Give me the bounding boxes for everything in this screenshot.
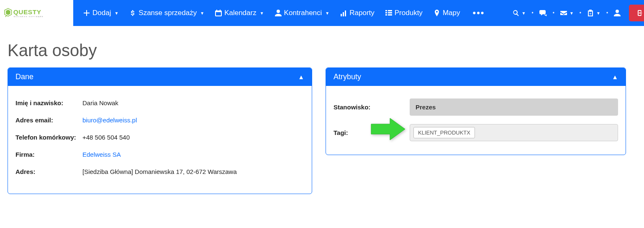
- nav-kontrahenci-label: Kontrahenci: [284, 9, 322, 17]
- value-stanowisko[interactable]: Prezes: [410, 98, 618, 116]
- row-imie: Imię i nazwisko: Daria Nowak: [15, 94, 304, 111]
- value-email[interactable]: biuro@edelweiss.pl: [82, 117, 137, 124]
- value-imie: Daria Nowak: [82, 99, 118, 106]
- card-atrybuty-header: Atrybuty ▲: [326, 68, 626, 86]
- value-firma[interactable]: Edelweiss SA: [82, 151, 121, 158]
- row-email: Adres email: biuro@edelweiss.pl: [15, 111, 304, 129]
- label-imie: Imię i nazwisko:: [15, 99, 82, 106]
- caret-down-icon: ▼: [596, 11, 600, 16]
- card-dane-body: Imię i nazwisko: Daria Nowak Adres email…: [8, 86, 312, 194]
- brand-subtitle: BUSINESS SOFTWARE: [14, 15, 44, 17]
- nav-kontrahenci[interactable]: Kontrahenci ▼: [270, 0, 335, 26]
- card-atrybuty-body: Stanowisko: Prezes Tagi: KLIENT_PRODUKTX: [326, 86, 626, 155]
- label-firma: Firma:: [15, 151, 82, 158]
- nav-kalendarz[interactable]: Kalendarz ▼: [210, 0, 269, 26]
- nav-raporty-label: Raporty: [349, 9, 375, 17]
- mail-icon: [560, 10, 567, 16]
- label-stanowisko: Stanowisko:: [334, 104, 410, 111]
- plus-icon: [83, 10, 90, 16]
- chat-button[interactable]: [536, 7, 550, 19]
- value-telefon: +48 506 504 540: [82, 134, 130, 141]
- nav-mapy[interactable]: Mapy: [428, 0, 465, 26]
- top-navbar: QUESTY BUSINESS SOFTWARE Dodaj ▼ Szanse …: [0, 0, 644, 26]
- user-icon: [275, 10, 282, 16]
- page-content: Karta osoby Dane ▲ Imię i nazwisko: Dari…: [0, 26, 644, 206]
- tag-chip[interactable]: KLIENT_PRODUKTX: [413, 127, 475, 138]
- caret-down-icon: ▼: [200, 11, 204, 16]
- nav-szanse[interactable]: Szanse sprzedaży ▼: [124, 0, 209, 26]
- row-firma: Firma: Edelweiss SA: [15, 146, 304, 163]
- nav-kalendarz-label: Kalendarz: [224, 9, 257, 17]
- dollar-icon: [129, 10, 136, 16]
- card-dane: Dane ▲ Imię i nazwisko: Daria Nowak Adre…: [8, 67, 312, 194]
- row-adres: Adres: [Siedziba Główna] Domaniewska 17,…: [15, 163, 304, 180]
- nav-right: ▼ • • ▼ • ▼ •: [509, 5, 644, 21]
- grid-icon: [385, 10, 392, 16]
- nav-left: Dodaj ▼ Szanse sprzedaży ▼ Kalendarz ▼ K…: [78, 0, 465, 26]
- user-icon: [614, 10, 621, 16]
- pin-icon: [434, 10, 440, 16]
- label-email: Adres email:: [15, 117, 82, 124]
- label-telefon: Telefon komórkowy:: [15, 134, 82, 141]
- profile-button[interactable]: [611, 7, 624, 19]
- logout-button[interactable]: [629, 5, 644, 21]
- search-icon: [513, 10, 519, 16]
- arrow-annotation-icon: [369, 117, 407, 141]
- tags-field[interactable]: KLIENT_PRODUKTX: [410, 124, 618, 141]
- caret-down-icon: ▼: [522, 11, 526, 16]
- clipboard-button[interactable]: ▼: [584, 7, 604, 19]
- caret-down-icon: ▼: [260, 11, 264, 16]
- collapse-icon[interactable]: ▲: [612, 73, 618, 80]
- cards-row: Dane ▲ Imię i nazwisko: Daria Nowak Adre…: [8, 67, 636, 194]
- nav-dodaj-label: Dodaj: [92, 9, 111, 17]
- calendar-icon: [215, 10, 222, 16]
- separator-dot: •: [552, 10, 555, 16]
- row-tagi: Tagi: KLIENT_PRODUKTX: [334, 120, 618, 145]
- brand-name: QUESTY: [13, 8, 41, 15]
- chat-icon: [539, 9, 547, 17]
- card-dane-header: Dane ▲: [8, 68, 312, 86]
- separator-dot: •: [579, 10, 582, 16]
- caret-down-icon: ▼: [114, 11, 118, 16]
- mail-button[interactable]: ▼: [557, 7, 577, 19]
- separator-dot: •: [531, 10, 534, 16]
- nav-szanse-label: Szanse sprzedaży: [139, 9, 197, 17]
- clipboard-icon: [587, 10, 594, 16]
- brand-logo[interactable]: QUESTY BUSINESS SOFTWARE: [0, 0, 73, 26]
- row-stanowisko: Stanowisko: Prezes: [334, 94, 618, 120]
- nav-produkty-label: Produkty: [395, 9, 423, 17]
- row-telefon: Telefon komórkowy: +48 506 504 540: [15, 129, 304, 146]
- nav-raporty[interactable]: Raporty: [335, 0, 380, 26]
- label-adres: Adres:: [15, 168, 82, 175]
- caret-down-icon: ▼: [325, 11, 329, 16]
- more-menu[interactable]: •••: [465, 8, 492, 18]
- card-dane-title: Dane: [15, 73, 33, 81]
- nav-dodaj[interactable]: Dodaj ▼: [78, 0, 123, 26]
- search-button[interactable]: ▼: [509, 7, 529, 19]
- caret-down-icon: ▼: [570, 11, 574, 16]
- bars-icon: [340, 10, 347, 16]
- value-adres: [Siedziba Główna] Domaniewska 17, 02-672…: [82, 168, 237, 175]
- separator-dot: •: [606, 10, 609, 16]
- page-title: Karta osoby: [8, 41, 636, 60]
- nav-produkty[interactable]: Produkty: [380, 0, 428, 26]
- nav-mapy-label: Mapy: [443, 9, 460, 17]
- card-atrybuty-title: Atrybuty: [334, 73, 361, 81]
- collapse-icon[interactable]: ▲: [298, 73, 304, 80]
- logout-icon: [636, 9, 643, 17]
- card-atrybuty: Atrybuty ▲ Stanowisko: Prezes Tagi: KLIE…: [326, 67, 626, 155]
